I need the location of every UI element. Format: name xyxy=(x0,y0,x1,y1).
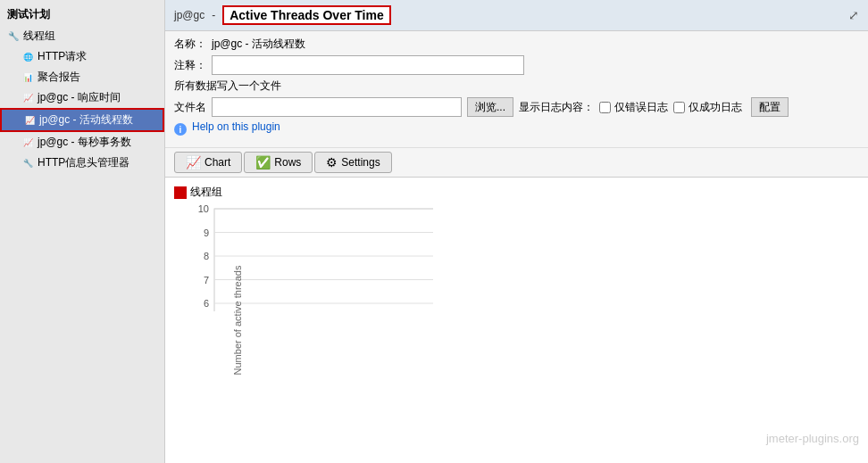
sidebar-item-label: jp@gc - 活动线程数 xyxy=(39,112,133,128)
comment-label: 注释： xyxy=(174,58,206,73)
success-only-checkbox[interactable] xyxy=(673,102,685,113)
rows-tab-label: Rows xyxy=(274,156,301,169)
expand-icon[interactable]: ⤢ xyxy=(848,8,859,22)
svg-text:10: 10 xyxy=(198,203,209,214)
sidebar-item-label: jp@gc - 每秒事务数 xyxy=(38,135,131,150)
sidebar-item-label: jp@gc - 响应时间 xyxy=(38,90,121,105)
svg-text:7: 7 xyxy=(204,275,209,285)
thread-group-icon: 🔧 xyxy=(7,30,20,43)
settings-tab-icon: ⚙ xyxy=(326,155,338,169)
http-icon: 🌐 xyxy=(21,51,34,63)
plugin-title: Active Threads Over Time xyxy=(222,5,390,25)
error-only-checkbox[interactable] xyxy=(599,102,611,113)
success-only-group: 仅成功日志 xyxy=(673,100,742,115)
sidebar-item-thread-group[interactable]: 🔧 线程组 xyxy=(0,26,164,46)
error-only-group: 仅错误日志 xyxy=(599,100,668,115)
header-dash: - xyxy=(212,9,215,21)
svg-text:8: 8 xyxy=(204,251,209,261)
chart-legend: 线程组 xyxy=(174,185,222,200)
config-button[interactable]: 配置 xyxy=(751,97,789,117)
sidebar-item-http-header-manager[interactable]: 🔧 HTTP信息头管理器 xyxy=(0,153,164,173)
success-only-label: 仅成功日志 xyxy=(689,100,742,115)
help-icon: i xyxy=(174,123,187,136)
sidebar: 测试计划 🔧 线程组 🌐 HTTP请求 📊 聚合报告 📈 jp@gc - 响应时… xyxy=(0,0,165,463)
y-axis-label: Number of active threads xyxy=(232,266,243,376)
tab-bar: 📈 Chart ✅ Rows ⚙ Settings xyxy=(165,148,868,178)
all-data-label: 所有数据写入一个文件 xyxy=(174,79,859,94)
help-link[interactable]: Help on this plugin xyxy=(192,120,280,133)
browse-button[interactable]: 浏览... xyxy=(467,97,513,117)
sidebar-item-http-request[interactable]: 🌐 HTTP请求 xyxy=(0,46,164,67)
file-label: 文件名 xyxy=(174,100,206,115)
svg-text:6: 6 xyxy=(204,298,209,309)
sidebar-item-label: 聚合报告 xyxy=(38,70,80,85)
chart-tab-icon: 📈 xyxy=(186,155,201,169)
svg-text:9: 9 xyxy=(204,227,209,238)
chart-area: 线程组 jmeter-plugins.org Number of active … xyxy=(165,178,868,463)
sidebar-item-label: 线程组 xyxy=(23,29,55,44)
chart-tab-label: Chart xyxy=(204,156,230,169)
listener-icon2: 📈 xyxy=(21,136,34,149)
legend-color xyxy=(174,186,187,199)
rows-tab[interactable]: ✅ Rows xyxy=(244,152,313,173)
log-display-label: 显示日志内容： xyxy=(519,100,594,115)
listener-icon: 📈 xyxy=(21,92,34,104)
header-prefix: jp@gc xyxy=(174,9,204,21)
sidebar-item-label: HTTP信息头管理器 xyxy=(38,155,129,170)
comment-row: 注释： xyxy=(174,55,859,75)
watermark: jmeter-plugins.org xyxy=(766,432,859,445)
settings-tab[interactable]: ⚙ Settings xyxy=(314,152,391,173)
header-bar: jp@gc - Active Threads Over Time ⤢ xyxy=(165,0,868,31)
sidebar-title: 测试计划 xyxy=(0,4,164,26)
name-label: 名称： xyxy=(174,37,206,52)
listener-icon-active: 📈 xyxy=(23,114,36,127)
wrench-icon: 🔧 xyxy=(21,157,34,169)
sidebar-item-jp-response-time[interactable]: 📈 jp@gc - 响应时间 xyxy=(0,87,164,108)
name-row: 名称： jp@gc - 活动线程数 xyxy=(174,37,859,52)
form-area: 名称： jp@gc - 活动线程数 注释： 所有数据写入一个文件 文件名 浏览.… xyxy=(165,31,868,148)
chart-tab[interactable]: 📈 Chart xyxy=(174,152,242,173)
main-content: jp@gc - Active Threads Over Time ⤢ 名称： j… xyxy=(165,0,868,463)
rows-tab-icon: ✅ xyxy=(255,155,271,169)
legend-label: 线程组 xyxy=(190,185,222,200)
sidebar-item-label: HTTP请求 xyxy=(38,49,87,64)
settings-tab-label: Settings xyxy=(341,156,380,169)
sidebar-item-aggregate-report[interactable]: 📊 聚合报告 xyxy=(0,67,164,87)
svg-rect-0 xyxy=(214,209,433,311)
name-value: jp@gc - 活动线程数 xyxy=(212,37,305,52)
sidebar-item-jp-active-threads[interactable]: 📈 jp@gc - 活动线程数 xyxy=(0,108,164,132)
report-icon: 📊 xyxy=(21,71,34,84)
file-input[interactable] xyxy=(212,97,462,117)
help-row: i Help on this plugin xyxy=(174,120,859,138)
comment-input[interactable] xyxy=(212,55,524,75)
file-row: 文件名 浏览... 显示日志内容： 仅错误日志 仅成功日志 配置 xyxy=(174,97,859,117)
error-only-label: 仅错误日志 xyxy=(614,100,668,115)
sidebar-item-jp-per-second[interactable]: 📈 jp@gc - 每秒事务数 xyxy=(0,132,164,153)
